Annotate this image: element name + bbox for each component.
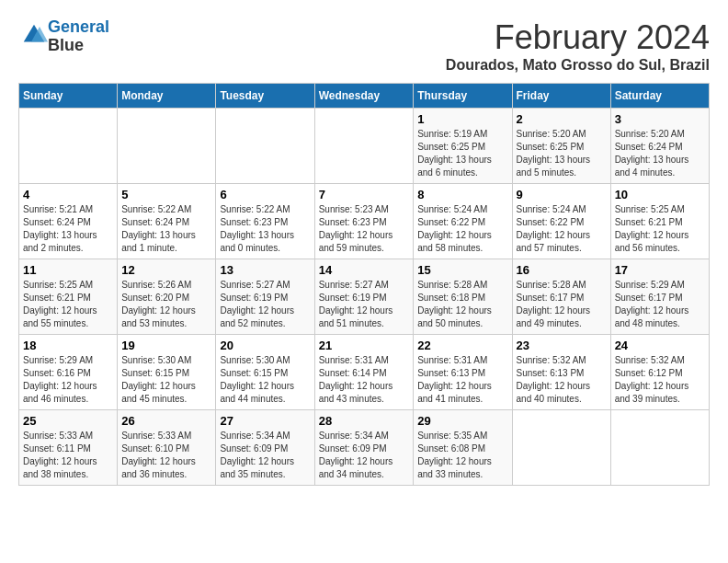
logo-line2: Blue — [48, 36, 84, 54]
calendar-cell: 11Sunrise: 5:25 AM Sunset: 6:21 PM Dayli… — [19, 259, 118, 335]
day-info: Sunrise: 5:20 AM Sunset: 6:25 PM Dayligh… — [517, 128, 607, 179]
calendar-cell: 26Sunrise: 5:33 AM Sunset: 6:10 PM Dayli… — [118, 410, 216, 486]
day-info: Sunrise: 5:24 AM Sunset: 6:22 PM Dayligh… — [417, 203, 507, 255]
calendar-cell: 1Sunrise: 5:19 AM Sunset: 6:25 PM Daylig… — [414, 109, 512, 184]
calendar-cell: 12Sunrise: 5:26 AM Sunset: 6:20 PM Dayli… — [118, 259, 216, 335]
day-number: 3 — [615, 112, 705, 126]
calendar-cell: 3Sunrise: 5:20 AM Sunset: 6:24 PM Daylig… — [610, 109, 709, 184]
day-info: Sunrise: 5:29 AM Sunset: 6:17 PM Dayligh… — [615, 279, 705, 330]
day-number: 28 — [319, 414, 410, 428]
day-number: 19 — [121, 339, 211, 352]
day-number: 8 — [417, 188, 507, 201]
logo-icon — [20, 21, 48, 49]
day-number: 12 — [121, 263, 211, 277]
day-number: 18 — [23, 339, 113, 352]
day-number: 24 — [615, 339, 705, 352]
calendar-cell: 25Sunrise: 5:33 AM Sunset: 6:11 PM Dayli… — [19, 410, 118, 486]
day-info: Sunrise: 5:34 AM Sunset: 6:09 PM Dayligh… — [319, 430, 410, 481]
calendar-week-1: 4Sunrise: 5:21 AM Sunset: 6:24 PM Daylig… — [19, 184, 710, 259]
day-number: 7 — [319, 188, 410, 201]
calendar-cell — [19, 109, 118, 184]
calendar-cell: 16Sunrise: 5:28 AM Sunset: 6:17 PM Dayli… — [512, 259, 610, 335]
day-number: 9 — [517, 188, 607, 201]
day-number: 16 — [517, 263, 607, 277]
calendar-week-4: 25Sunrise: 5:33 AM Sunset: 6:11 PM Dayli… — [19, 410, 710, 486]
day-info: Sunrise: 5:30 AM Sunset: 6:15 PM Dayligh… — [220, 354, 310, 406]
calendar-header-row: SundayMondayTuesdayWednesdayThursdayFrid… — [19, 84, 710, 109]
logo: General Blue — [18, 18, 109, 55]
header-day-friday: Friday — [512, 84, 610, 109]
header-day-sunday: Sunday — [19, 84, 118, 109]
calendar-cell: 13Sunrise: 5:27 AM Sunset: 6:19 PM Dayli… — [216, 259, 314, 335]
header-day-thursday: Thursday — [414, 84, 512, 109]
month-title: February 2024 — [446, 18, 710, 57]
calendar-cell: 27Sunrise: 5:34 AM Sunset: 6:09 PM Dayli… — [216, 410, 314, 486]
day-info: Sunrise: 5:25 AM Sunset: 6:21 PM Dayligh… — [615, 203, 705, 255]
day-number: 10 — [615, 188, 705, 201]
calendar-cell: 2Sunrise: 5:20 AM Sunset: 6:25 PM Daylig… — [512, 109, 610, 184]
calendar-table: SundayMondayTuesdayWednesdayThursdayFrid… — [18, 83, 710, 486]
day-info: Sunrise: 5:31 AM Sunset: 6:14 PM Dayligh… — [319, 354, 410, 406]
calendar-week-2: 11Sunrise: 5:25 AM Sunset: 6:21 PM Dayli… — [19, 259, 710, 335]
calendar-body: 1Sunrise: 5:19 AM Sunset: 6:25 PM Daylig… — [19, 109, 710, 486]
day-info: Sunrise: 5:21 AM Sunset: 6:24 PM Dayligh… — [23, 203, 113, 255]
day-info: Sunrise: 5:30 AM Sunset: 6:15 PM Dayligh… — [121, 354, 211, 406]
day-info: Sunrise: 5:25 AM Sunset: 6:21 PM Dayligh… — [23, 279, 113, 330]
day-number: 27 — [220, 414, 310, 428]
day-info: Sunrise: 5:32 AM Sunset: 6:13 PM Dayligh… — [517, 354, 607, 406]
header: General Blue February 2024 Dourados, Mat… — [18, 18, 710, 74]
calendar-cell — [610, 410, 709, 486]
calendar-cell: 19Sunrise: 5:30 AM Sunset: 6:15 PM Dayli… — [118, 335, 216, 410]
day-number: 29 — [417, 414, 507, 428]
location-title: Dourados, Mato Grosso do Sul, Brazil — [446, 57, 710, 74]
calendar-cell — [314, 109, 414, 184]
day-info: Sunrise: 5:29 AM Sunset: 6:16 PM Dayligh… — [23, 354, 113, 406]
calendar-cell: 24Sunrise: 5:32 AM Sunset: 6:12 PM Dayli… — [610, 335, 709, 410]
calendar-cell: 21Sunrise: 5:31 AM Sunset: 6:14 PM Dayli… — [314, 335, 414, 410]
day-info: Sunrise: 5:33 AM Sunset: 6:10 PM Dayligh… — [121, 430, 211, 481]
day-info: Sunrise: 5:23 AM Sunset: 6:23 PM Dayligh… — [319, 203, 410, 255]
day-number: 25 — [23, 414, 113, 428]
calendar-cell: 28Sunrise: 5:34 AM Sunset: 6:09 PM Dayli… — [314, 410, 414, 486]
calendar-cell: 20Sunrise: 5:30 AM Sunset: 6:15 PM Dayli… — [216, 335, 314, 410]
day-number: 1 — [417, 112, 507, 126]
header-day-saturday: Saturday — [610, 84, 709, 109]
calendar-week-0: 1Sunrise: 5:19 AM Sunset: 6:25 PM Daylig… — [19, 109, 710, 184]
day-info: Sunrise: 5:27 AM Sunset: 6:19 PM Dayligh… — [319, 279, 410, 330]
day-info: Sunrise: 5:28 AM Sunset: 6:17 PM Dayligh… — [517, 279, 607, 330]
calendar-cell — [216, 109, 314, 184]
calendar-cell: 23Sunrise: 5:32 AM Sunset: 6:13 PM Dayli… — [512, 335, 610, 410]
day-info: Sunrise: 5:33 AM Sunset: 6:11 PM Dayligh… — [23, 430, 113, 481]
day-number: 13 — [220, 263, 310, 277]
calendar-cell: 6Sunrise: 5:22 AM Sunset: 6:23 PM Daylig… — [216, 184, 314, 259]
day-info: Sunrise: 5:22 AM Sunset: 6:23 PM Dayligh… — [220, 203, 310, 255]
day-info: Sunrise: 5:24 AM Sunset: 6:22 PM Dayligh… — [517, 203, 607, 255]
logo-line1: General — [48, 17, 109, 36]
calendar-cell — [512, 410, 610, 486]
day-number: 26 — [121, 414, 211, 428]
day-info: Sunrise: 5:32 AM Sunset: 6:12 PM Dayligh… — [615, 354, 705, 406]
day-info: Sunrise: 5:35 AM Sunset: 6:08 PM Dayligh… — [417, 430, 507, 481]
calendar-cell: 4Sunrise: 5:21 AM Sunset: 6:24 PM Daylig… — [19, 184, 118, 259]
header-day-tuesday: Tuesday — [216, 84, 314, 109]
day-number: 6 — [220, 188, 310, 201]
day-number: 15 — [417, 263, 507, 277]
calendar-cell: 8Sunrise: 5:24 AM Sunset: 6:22 PM Daylig… — [414, 184, 512, 259]
calendar-cell: 22Sunrise: 5:31 AM Sunset: 6:13 PM Dayli… — [414, 335, 512, 410]
calendar-cell: 17Sunrise: 5:29 AM Sunset: 6:17 PM Dayli… — [610, 259, 709, 335]
day-number: 21 — [319, 339, 410, 352]
header-day-monday: Monday — [118, 84, 216, 109]
calendar-cell: 5Sunrise: 5:22 AM Sunset: 6:24 PM Daylig… — [118, 184, 216, 259]
day-info: Sunrise: 5:20 AM Sunset: 6:24 PM Dayligh… — [615, 128, 705, 179]
day-info: Sunrise: 5:31 AM Sunset: 6:13 PM Dayligh… — [417, 354, 507, 406]
day-number: 22 — [417, 339, 507, 352]
header-day-wednesday: Wednesday — [314, 84, 414, 109]
day-number: 4 — [23, 188, 113, 201]
day-number: 23 — [517, 339, 607, 352]
day-info: Sunrise: 5:27 AM Sunset: 6:19 PM Dayligh… — [220, 279, 310, 330]
day-number: 20 — [220, 339, 310, 352]
title-area: February 2024 Dourados, Mato Grosso do S… — [446, 18, 710, 74]
calendar-cell — [118, 109, 216, 184]
calendar-cell: 18Sunrise: 5:29 AM Sunset: 6:16 PM Dayli… — [19, 335, 118, 410]
calendar-cell: 9Sunrise: 5:24 AM Sunset: 6:22 PM Daylig… — [512, 184, 610, 259]
